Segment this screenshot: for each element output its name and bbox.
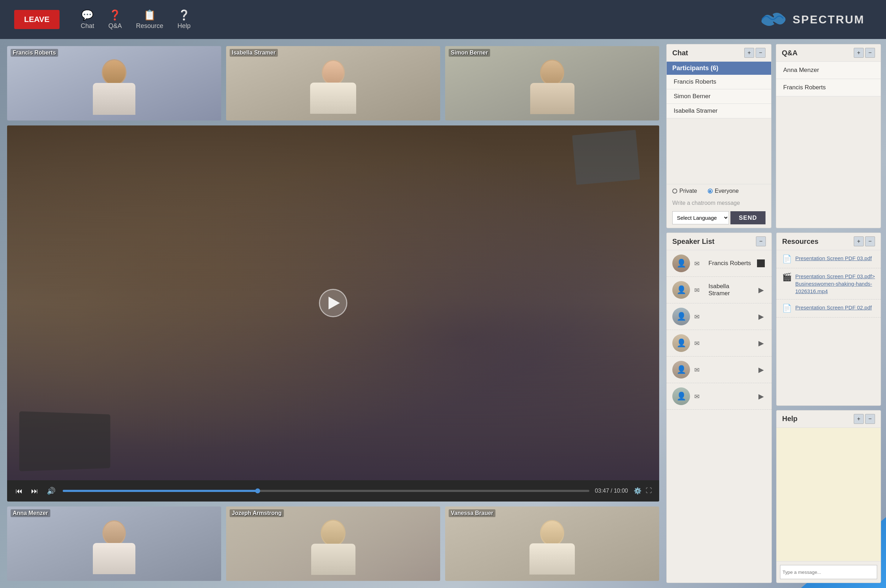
radio-private[interactable]: Private bbox=[672, 188, 697, 194]
volume-button[interactable]: 🔊 bbox=[45, 485, 57, 496]
top-video-row: Francis Roberts Isabella Stramer bbox=[7, 46, 659, 120]
nav-label-help: Help bbox=[178, 22, 191, 30]
arrow-icon-2: ▶ bbox=[759, 286, 764, 294]
resources-panel-header: Resources + − bbox=[777, 233, 881, 250]
resource-item-1[interactable]: 📄 Presentation Screen PDF 03.pdf bbox=[777, 250, 881, 268]
participant-label-anna: Anna Menzer bbox=[10, 509, 50, 517]
settings-icon[interactable]: ⚙️ bbox=[634, 487, 642, 495]
topbar: LEAVE 💬 Chat ❓ Q&A 📋 Resource ❔ Help bbox=[0, 0, 886, 39]
resources-collapse-button[interactable]: − bbox=[865, 236, 875, 246]
help-icon: ❔ bbox=[178, 9, 190, 21]
video-thumb-simon: Simon Berner bbox=[445, 46, 659, 120]
chat-panel-title: Chat bbox=[672, 49, 688, 57]
fullscreen-icon[interactable]: ⛶ bbox=[646, 487, 652, 495]
speaker-action-4[interactable]: ▶ bbox=[756, 338, 766, 348]
speaker-item-1: 👤 ✉ Francis Roberts bbox=[667, 250, 772, 277]
resources-help-column: Resources + − 📄 Presentation Screen PDF … bbox=[776, 232, 881, 583]
video-controls: ⏮ ⏭ 🔊 03:47 / 10:00 ⚙️ ⛶ bbox=[7, 480, 659, 501]
video-thumb-jozeph: Jozeph Armstrong bbox=[226, 507, 440, 581]
speaker-item-4: 👤 ✉ ▶ bbox=[667, 330, 772, 357]
skip-back-button[interactable]: ⏮ bbox=[14, 486, 24, 496]
speaker-action-5[interactable]: ▶ bbox=[756, 365, 766, 375]
nav-item-help[interactable]: ❔ Help bbox=[178, 9, 191, 30]
app-layout: LEAVE 💬 Chat ❓ Q&A 📋 Resource ❔ Help bbox=[0, 0, 886, 588]
resource-item-2[interactable]: 🎬 Presentation Screen PDF 03.pdf>Busines… bbox=[777, 268, 881, 300]
radio-private-label: Private bbox=[679, 188, 697, 194]
bottom-video-row: Anna Menzer Jozeph Armstrong bbox=[7, 507, 659, 581]
speaker-list-panel: Speaker List − 👤 ✉ Francis Roberts bbox=[666, 232, 772, 583]
pdf-icon-2: 📄 bbox=[782, 304, 792, 313]
speaker-item-5: 👤 ✉ ▶ bbox=[667, 357, 772, 383]
video-icon-1: 🎬 bbox=[782, 273, 792, 282]
radio-everyone[interactable]: Everyone bbox=[708, 188, 739, 194]
qa-item-anna[interactable]: Anna Menzer bbox=[776, 62, 881, 79]
qa-expand-button[interactable]: + bbox=[854, 48, 864, 58]
send-button[interactable]: SEND bbox=[730, 211, 766, 224]
leave-button[interactable]: LEAVE bbox=[14, 10, 60, 29]
help-expand-button[interactable]: + bbox=[854, 414, 864, 424]
play-button[interactable] bbox=[319, 289, 347, 317]
arrow-icon-5: ▶ bbox=[759, 365, 764, 374]
participant-label-simon: Simon Berner bbox=[449, 49, 490, 57]
arrow-icon-4: ▶ bbox=[759, 339, 764, 347]
nav-item-chat[interactable]: 💬 Chat bbox=[81, 9, 94, 30]
speaker-list-title: Speaker List bbox=[672, 237, 715, 246]
help-content-area bbox=[777, 428, 881, 562]
chat-collapse-button[interactable]: − bbox=[756, 48, 766, 58]
speaker-avatar-4: 👤 bbox=[672, 334, 690, 352]
speaker-avatar-2: 👤 bbox=[672, 281, 690, 299]
speaker-name-1: Francis Roberts bbox=[708, 260, 752, 267]
chat-expand-button[interactable]: + bbox=[744, 48, 754, 58]
nav-item-resource[interactable]: 📋 Resource bbox=[136, 9, 163, 30]
mail-icon-1: ✉ bbox=[694, 260, 704, 267]
stop-icon-1 bbox=[757, 260, 765, 267]
language-select[interactable]: Select Language English Spanish French bbox=[672, 211, 729, 224]
mail-icon-5: ✉ bbox=[694, 366, 704, 373]
video-thumb-isabella: Isabella Stramer bbox=[226, 46, 440, 120]
arrow-icon-6: ▶ bbox=[759, 392, 764, 400]
help-panel-title: Help bbox=[782, 415, 798, 423]
participant-item-isabella[interactable]: Isabella Stramer bbox=[667, 104, 771, 118]
qa-panel-controls: + − bbox=[854, 48, 875, 58]
qa-collapse-button[interactable]: − bbox=[865, 48, 875, 58]
right-panels-area: Chat + − Participants (6) Francis Robert… bbox=[666, 39, 886, 588]
chat-icon: 💬 bbox=[81, 9, 94, 21]
participant-item-francis[interactable]: Francis Roberts bbox=[667, 75, 771, 89]
nav-label-chat: Chat bbox=[81, 22, 94, 30]
participants-list: Francis Roberts Simon Berner Isabella St… bbox=[667, 75, 771, 184]
resource-item-3[interactable]: 📄 Presentation Screen PDF 02.pdf bbox=[777, 300, 881, 318]
nav-item-qa[interactable]: ❓ Q&A bbox=[108, 9, 122, 30]
content-area: Francis Roberts Isabella Stramer bbox=[0, 39, 886, 588]
video-thumb-anna: Anna Menzer bbox=[7, 507, 221, 581]
speaker-list-header: Speaker List − bbox=[667, 233, 772, 250]
speaker-avatar-1: 👤 bbox=[672, 255, 690, 272]
main-video-player: ⏮ ⏭ 🔊 03:47 / 10:00 ⚙️ ⛶ bbox=[7, 126, 659, 501]
participant-label-isabella: Isabella Stramer bbox=[229, 49, 278, 57]
participant-item-simon[interactable]: Simon Berner bbox=[667, 89, 771, 104]
help-input-field[interactable] bbox=[780, 565, 877, 579]
prev-button[interactable]: ⏭ bbox=[30, 486, 40, 496]
resource-name-1: Presentation Screen PDF 03.pdf bbox=[795, 255, 872, 262]
speaker-action-6[interactable]: ▶ bbox=[756, 391, 766, 401]
speaker-action-1[interactable] bbox=[756, 258, 766, 268]
resources-panel: Resources + − 📄 Presentation Screen PDF … bbox=[776, 232, 881, 406]
progress-dot bbox=[255, 488, 260, 494]
speaker-name-2: Isabella Stramer bbox=[708, 283, 752, 297]
progress-bar[interactable] bbox=[63, 490, 589, 492]
spectrum-logo-icon bbox=[759, 10, 787, 28]
qa-item-francis[interactable]: Francis Roberts bbox=[776, 79, 881, 96]
resources-expand-button[interactable]: + bbox=[854, 236, 864, 246]
speaker-action-3[interactable]: ▶ bbox=[756, 312, 766, 321]
radio-dot-everyone bbox=[708, 189, 713, 194]
help-panel-controls: + − bbox=[854, 414, 875, 424]
help-panel-header: Help + − bbox=[777, 410, 881, 428]
chat-panel-controls: + − bbox=[744, 48, 766, 58]
mail-icon-3: ✉ bbox=[694, 313, 704, 320]
pdf-icon-1: 📄 bbox=[782, 255, 792, 264]
speaker-collapse-button[interactable]: − bbox=[756, 236, 766, 246]
resources-panel-title: Resources bbox=[782, 237, 818, 246]
participant-label-vanessa: Vanessa Brauer bbox=[449, 509, 495, 517]
help-collapse-button[interactable]: − bbox=[865, 414, 875, 424]
speaker-avatar-5: 👤 bbox=[672, 361, 690, 378]
speaker-action-2[interactable]: ▶ bbox=[756, 285, 766, 295]
